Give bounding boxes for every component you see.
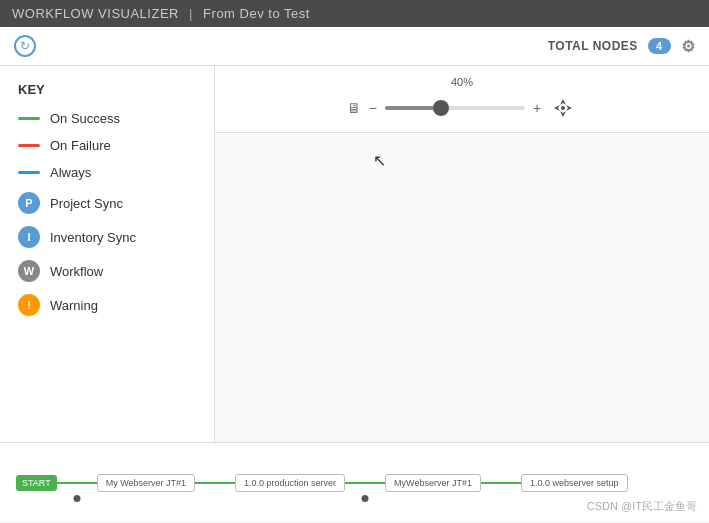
mini-connector-4 [481,482,521,484]
mini-line-4 [481,482,521,484]
total-nodes-label: TOTAL NODES [548,39,638,53]
zoom-percentage: 40% [451,76,473,88]
workflow-label: Workflow [50,264,103,279]
legend-item-warning: ! Warning [18,294,196,316]
svg-point-4 [561,106,565,110]
mini-start-node: START [16,475,57,491]
zoom-controls: 40% 🖥 − + [215,66,709,133]
toolbar-left: ↻ [14,35,36,57]
workflow-bottom: START My Webserver JT#1 1.0.0 production… [0,442,709,522]
title-bar: WORKFLOW VISUALIZER | From Dev to Test [0,0,709,27]
mini-line-3 [345,482,385,484]
workflow-name: From Dev to Test [203,6,310,21]
mini-workflow: START My Webserver JT#1 1.0.0 production… [16,474,628,492]
toolbar-right: TOTAL NODES 4 ⚙ [548,37,695,56]
legend-item-always: Always [18,165,196,180]
mini-node-1: My Webserver JT#1 [97,474,195,492]
legend-item-workflow: W Workflow [18,260,196,282]
app-name: WORKFLOW VISUALIZER [12,6,179,21]
mini-node-4: 1.0.0 webserver setup [521,474,628,492]
svg-marker-2 [554,105,560,111]
zoom-slider[interactable] [385,100,525,116]
legend-item-inventory: I Inventory Sync [18,226,196,248]
main-container: ↻ TOTAL NODES 4 ⚙ KEY On Success On Fail… [0,27,709,522]
cursor: ↖ [373,151,386,170]
zoom-row: 🖥 − + [347,94,577,122]
toolbar: ↻ TOTAL NODES 4 ⚙ [0,27,709,66]
legend-item-success: On Success [18,111,196,126]
settings-icon[interactable]: ⚙ [681,37,696,56]
svg-marker-1 [560,111,566,117]
failure-line-icon [18,144,40,147]
legend-panel: KEY On Success On Failure Always P Proje… [0,66,215,442]
watermark: CSDN @IT民工金鱼哥 [587,499,697,514]
workflow-canvas[interactable]: ↖ [215,133,709,442]
mini-line-1 [57,482,97,484]
inventory-circle-icon: I [18,226,40,248]
warning-circle-icon: ! [18,294,40,316]
total-nodes-badge: 4 [648,38,671,54]
legend-item-project: P Project Sync [18,192,196,214]
canvas-panel: 40% 🖥 − + [215,66,709,442]
content-area: KEY On Success On Failure Always P Proje… [0,66,709,442]
zoom-track [385,106,525,110]
mini-connector-1 [57,482,97,484]
success-label: On Success [50,111,120,126]
always-label: Always [50,165,91,180]
mini-node-2: 1.0.0 production server [235,474,345,492]
project-circle-icon: P [18,192,40,214]
workflow-circle-icon: W [18,260,40,282]
always-line-icon [18,171,40,174]
svg-marker-3 [566,105,572,111]
mini-line-2 [195,482,235,484]
warning-label: Warning [50,298,98,313]
separator: | [189,6,193,21]
success-line-icon [18,117,40,120]
refresh-button[interactable]: ↻ [14,35,36,57]
legend-item-failure: On Failure [18,138,196,153]
navigate-icon[interactable] [549,94,577,122]
project-label: Project Sync [50,196,123,211]
inventory-label: Inventory Sync [50,230,136,245]
zoom-in-icon[interactable]: + [533,100,541,116]
monitor-icon: 🖥 [347,100,361,116]
mini-dot-3 [362,495,369,502]
mini-dot-1 [73,495,80,502]
failure-label: On Failure [50,138,111,153]
legend-title: KEY [18,82,196,97]
zoom-thumb[interactable] [433,100,449,116]
mini-connector-2 [195,482,235,484]
mini-node-3: MyWebserver JT#1 [385,474,481,492]
zoom-out-icon[interactable]: − [369,100,377,116]
mini-connector-3 [345,482,385,484]
svg-marker-0 [560,99,566,105]
